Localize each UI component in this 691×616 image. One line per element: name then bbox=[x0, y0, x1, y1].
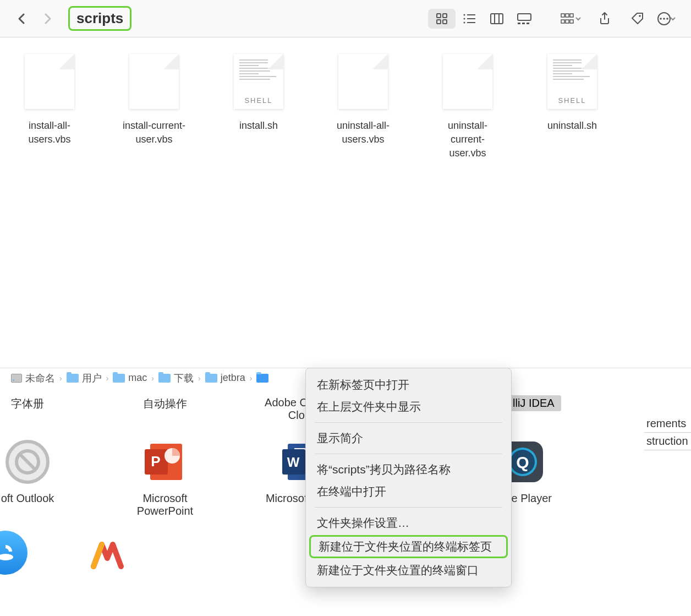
app-label[interactable]: 自动操作 bbox=[121, 396, 209, 422]
svg-rect-1 bbox=[443, 14, 447, 18]
file-icon: SHELL bbox=[547, 54, 597, 109]
svg-rect-15 bbox=[522, 23, 525, 24]
svg-point-8 bbox=[464, 21, 465, 23]
file-name-label: uninstall-all-users.vbs bbox=[330, 119, 396, 146]
file-icon bbox=[129, 54, 179, 109]
path-label: 未命名 bbox=[25, 372, 55, 385]
menu-separator bbox=[315, 454, 502, 454]
file-name-label: install-all-users.vbs bbox=[17, 119, 83, 146]
app-tile[interactable]: PMicrosoft PowerPoint bbox=[121, 437, 209, 517]
file-item[interactable]: uninstall-all-users.vbs bbox=[330, 54, 396, 161]
file-grid-area[interactable]: install-all-users.vbsinstall-current-use… bbox=[0, 37, 691, 368]
svg-point-47 bbox=[0, 554, 13, 560]
file-item[interactable]: install-current-user.vbs bbox=[121, 54, 187, 161]
path-label: 用户 bbox=[82, 372, 102, 385]
partial-icon-blue[interactable] bbox=[0, 531, 28, 575]
file-icon bbox=[338, 54, 388, 109]
path-segment[interactable]: 未命名 bbox=[11, 372, 55, 385]
file-icon bbox=[25, 54, 74, 109]
svg-rect-0 bbox=[437, 14, 441, 18]
truncated-label: rements bbox=[644, 415, 691, 433]
context-menu-item[interactable]: 在终端中打开 bbox=[306, 481, 511, 503]
menu-separator bbox=[315, 422, 502, 423]
svg-point-26 bbox=[663, 18, 665, 20]
file-item[interactable]: uninstall-current-user.vbs bbox=[435, 54, 501, 161]
svg-rect-18 bbox=[566, 14, 569, 17]
svg-point-25 bbox=[660, 18, 662, 20]
view-mode-group bbox=[428, 9, 538, 29]
file-name-label: uninstall.sh bbox=[547, 119, 597, 133]
svg-point-23 bbox=[639, 15, 641, 17]
file-item[interactable]: install-all-users.vbs bbox=[17, 54, 83, 161]
chevron-right-icon: › bbox=[59, 374, 62, 383]
svg-text:W: W bbox=[287, 455, 300, 470]
folder-title: scripts bbox=[68, 6, 131, 31]
context-menu-item[interactable]: 在新标签页中打开 bbox=[306, 374, 511, 396]
icon-view-button[interactable] bbox=[428, 9, 456, 29]
path-label: jetbra bbox=[221, 372, 245, 384]
file-name-label: install.sh bbox=[239, 119, 278, 133]
svg-rect-22 bbox=[570, 20, 573, 23]
chevron-right-icon: › bbox=[250, 374, 253, 383]
list-view-button[interactable] bbox=[456, 9, 483, 29]
context-menu-item[interactable]: 在上层文件夹中显示 bbox=[306, 396, 511, 418]
file-name-label: uninstall-current-user.vbs bbox=[435, 119, 501, 161]
gallery-view-button[interactable] bbox=[511, 9, 538, 29]
svg-rect-16 bbox=[527, 23, 529, 24]
svg-text:Q: Q bbox=[516, 453, 529, 471]
file-icon: SHELL bbox=[234, 54, 283, 109]
svg-rect-19 bbox=[570, 14, 573, 17]
tag-button[interactable] bbox=[624, 9, 651, 29]
partial-icon-wps[interactable] bbox=[83, 531, 132, 580]
svg-point-6 bbox=[464, 18, 465, 19]
file-item[interactable]: SHELLinstall.sh bbox=[226, 54, 292, 161]
back-button[interactable] bbox=[11, 10, 32, 28]
context-menu-item[interactable]: 将“scripts”拷贝为路径名称 bbox=[306, 459, 511, 481]
svg-rect-17 bbox=[561, 14, 564, 17]
svg-rect-14 bbox=[518, 23, 520, 24]
file-name-label: install-current-user.vbs bbox=[121, 119, 187, 146]
drive-icon bbox=[11, 374, 22, 383]
path-segment[interactable]: jetbra bbox=[205, 372, 245, 384]
truncated-label: struction bbox=[644, 433, 691, 450]
app-name-label: oft Outlook bbox=[1, 492, 54, 505]
app-label[interactable]: 字体册 bbox=[0, 396, 72, 422]
context-menu-item[interactable]: 显示简介 bbox=[306, 427, 511, 449]
sidebar-truncated: rementsstruction bbox=[644, 415, 691, 450]
chevron-right-icon: › bbox=[198, 374, 201, 383]
forward-button[interactable] bbox=[37, 10, 58, 28]
menu-separator bbox=[315, 507, 502, 508]
folder-icon bbox=[113, 374, 125, 383]
folder-icon bbox=[158, 374, 171, 383]
file-item[interactable]: SHELLuninstall.sh bbox=[539, 54, 605, 161]
path-label: 下载 bbox=[174, 372, 194, 385]
group-by-button[interactable] bbox=[560, 12, 582, 25]
file-type-badge: SHELL bbox=[547, 96, 597, 105]
path-segment[interactable]: 用户 bbox=[67, 372, 102, 385]
column-view-button[interactable] bbox=[483, 9, 511, 29]
share-button[interactable] bbox=[591, 9, 618, 29]
chevron-right-icon: › bbox=[106, 374, 109, 383]
folder-icon bbox=[67, 374, 79, 383]
context-menu-item[interactable]: 文件夹操作设置… bbox=[306, 512, 511, 534]
context-menu-item[interactable]: 新建位于文件夹位置的终端标签页 bbox=[309, 535, 508, 558]
file-type-badge: SHELL bbox=[234, 96, 283, 105]
svg-point-27 bbox=[666, 18, 668, 20]
folder-icon[interactable] bbox=[256, 374, 268, 383]
chevron-down-icon bbox=[574, 15, 582, 23]
svg-point-4 bbox=[464, 14, 465, 15]
path-segment[interactable]: mac bbox=[113, 372, 147, 384]
chevron-right-icon: › bbox=[151, 374, 154, 383]
svg-rect-13 bbox=[518, 14, 531, 20]
file-icon bbox=[443, 54, 492, 109]
app-tile[interactable]: oft Outlook bbox=[0, 437, 72, 517]
context-menu-item[interactable]: 新建位于文件夹位置的终端窗口 bbox=[306, 559, 511, 581]
path-segment[interactable]: 下载 bbox=[158, 372, 194, 385]
chevron-down-icon bbox=[669, 15, 677, 23]
action-button[interactable] bbox=[657, 12, 677, 26]
svg-rect-20 bbox=[561, 20, 564, 23]
finder-toolbar: scripts bbox=[0, 0, 691, 37]
partial-app-icons bbox=[0, 531, 132, 580]
svg-rect-2 bbox=[437, 20, 441, 24]
app-icon: P bbox=[140, 437, 190, 487]
